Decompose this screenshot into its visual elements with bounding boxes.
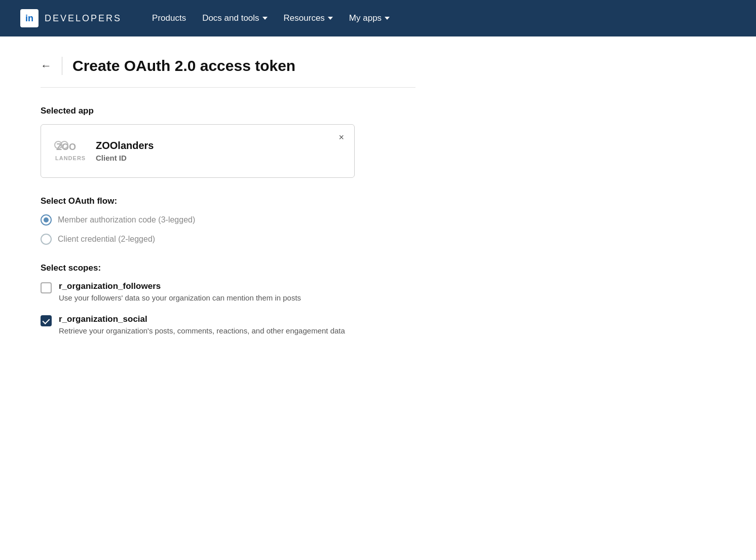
svg-text:LANDERS: LANDERS [55,155,86,161]
svg-text:ZOO: ZOO [56,142,76,152]
radio-3legged-input[interactable] [41,214,52,226]
scope-social-text: r_organization_social Retrieve your orga… [59,314,345,335]
scope-item-followers: r_organization_followers Use your follow… [41,281,415,302]
my-apps-label: My apps [349,13,382,23]
scope-social-name: r_organization_social [59,314,345,324]
scope-social-desc: Retrieve your organization's posts, comm… [59,326,345,335]
nav-docs-tools[interactable]: Docs and tools [196,9,273,27]
products-label: Products [152,13,186,23]
docs-tools-label: Docs and tools [202,13,259,23]
scope-followers-checkbox[interactable] [41,282,52,293]
scopes-section: Select scopes: r_organization_followers … [41,263,415,335]
header-divider [62,57,62,75]
scope-followers-desc: Use your followers' data so your organiz… [59,293,301,302]
navbar: in DEVELOPERS Products Docs and tools Re… [0,0,756,36]
scope-social-checkbox[interactable] [41,315,52,326]
zoo-landers-logo-icon: ZOO LANDERS [53,135,86,167]
page-content: ← Create OAuth 2.0 access token Selected… [0,36,456,367]
app-info: ZOOlanders Client ID [96,140,154,162]
resources-label: Resources [284,13,325,23]
back-button[interactable]: ← [41,59,52,72]
brand-text: DEVELOPERS [45,13,122,24]
radio-3legged-label: Member authorization code (3-legged) [58,215,195,225]
radio-3legged[interactable]: Member authorization code (3-legged) [41,214,415,226]
nav-my-apps[interactable]: My apps [343,9,396,27]
brand-link[interactable]: in DEVELOPERS [20,9,122,27]
nav-links: Products Docs and tools Resources My app… [146,9,396,27]
scope-followers-text: r_organization_followers Use your follow… [59,281,301,302]
page-header: ← Create OAuth 2.0 access token [41,57,415,88]
linkedin-logo: in [20,9,39,27]
selected-app-section: Selected app × ZOO LANDERS ZOOlanders Cl… [41,106,415,178]
app-logo: ZOO LANDERS [53,135,86,167]
oauth-flow-label: Select OAuth flow: [41,196,415,206]
scope-followers-name: r_organization_followers [59,281,301,291]
nav-products[interactable]: Products [146,9,192,27]
app-name: ZOOlanders [96,140,154,152]
app-card: × ZOO LANDERS ZOOlanders Client ID [41,124,355,178]
radio-2legged-input[interactable] [41,234,52,245]
app-card-close-button[interactable]: × [338,133,344,142]
docs-tools-chevron-icon [262,17,268,20]
my-apps-chevron-icon [385,17,390,20]
oauth-flow-radio-group: Member authorization code (3-legged) Cli… [41,214,415,245]
scope-item-social: r_organization_social Retrieve your orga… [41,314,415,335]
selected-app-label: Selected app [41,106,415,116]
resources-chevron-icon [328,17,333,20]
radio-2legged-label: Client credential (2-legged) [58,235,155,244]
app-client-id: Client ID [96,154,154,162]
oauth-flow-section: Select OAuth flow: Member authorization … [41,196,415,245]
page-title: Create OAuth 2.0 access token [72,57,295,74]
scopes-label: Select scopes: [41,263,415,273]
radio-2legged[interactable]: Client credential (2-legged) [41,234,415,245]
nav-resources[interactable]: Resources [278,9,339,27]
